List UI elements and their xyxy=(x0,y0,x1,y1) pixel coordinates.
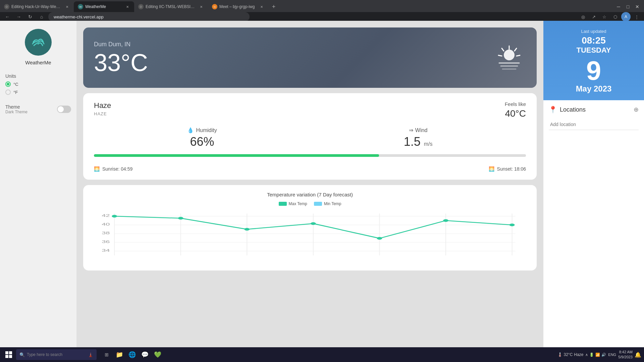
address-bar-row: ← → ↻ ⌂ ◎ ↗ ☆ ⬡ A ⋮ xyxy=(0,12,644,21)
dark-theme-toggle[interactable] xyxy=(57,106,71,113)
window-controls: ─ □ ✕ xyxy=(614,3,644,11)
tab-2-favicon: W xyxy=(78,4,83,9)
back-button[interactable]: ← xyxy=(3,12,12,21)
wind-value: 1.5 m/s xyxy=(404,135,433,149)
feels-like-value: 40°C xyxy=(505,108,526,119)
chevron-up-icon[interactable]: ∧ xyxy=(585,353,588,357)
svg-text:40: 40 xyxy=(102,222,110,227)
details-card: Haze HAZE Feels like 40°C 💧 Humidity 66% xyxy=(83,93,537,180)
tab-4-label: Meet – bjy-grgp-iwg xyxy=(219,4,257,9)
tab-1-label: Editing Hack-Ur-Way-WeatherM... xyxy=(11,4,62,9)
taskbar-task-view[interactable]: ⊞ xyxy=(101,349,113,361)
sunset-value: Sunset: 18:06 xyxy=(497,166,526,172)
tab-2-label: WeatherMe xyxy=(85,4,123,9)
forward-button[interactable]: → xyxy=(14,12,23,21)
units-label: Units xyxy=(5,73,71,79)
legend-max-color xyxy=(279,202,287,206)
notification-icon[interactable]: 🔔 xyxy=(635,352,641,358)
taskbar-clock[interactable]: 8:42 AM 5/9/2023 xyxy=(618,350,633,360)
theme-section: Theme Dark Theme xyxy=(5,104,71,114)
weather-icon xyxy=(492,44,526,71)
locations-header: 📍 Locations ⊕ xyxy=(549,106,639,114)
taskbar-discord[interactable]: 💬 xyxy=(139,349,151,361)
sidebar-app-name: WeatherMe xyxy=(25,60,51,65)
sunrise-icon: 🌅 xyxy=(94,166,100,172)
chart-legend: Max Temp Min Temp xyxy=(91,201,529,206)
fahrenheit-label: °F xyxy=(13,90,18,95)
tab-3[interactable]: ⊙ Editing IIC-TMSL-WEBSITE/READ... ✕ xyxy=(134,1,208,12)
minimize-button[interactable]: ─ xyxy=(614,3,623,11)
browser-toolbar: ◎ ↗ ☆ ⬡ A ⋮ xyxy=(578,12,641,21)
home-button[interactable]: ⌂ xyxy=(37,12,46,21)
humidity-item: 💧 Humidity 66% xyxy=(187,127,217,149)
svg-line-2 xyxy=(515,48,517,51)
tab-3-close[interactable]: ✕ xyxy=(199,4,204,9)
svg-line-4 xyxy=(502,48,504,51)
taskbar-weather-temp: 32°C xyxy=(564,352,573,357)
taskbar-pinned-apps: ⊞ 📁 🌐 💬 💚 xyxy=(101,349,164,361)
sunrise-value: Sunrise: 04:59 xyxy=(102,166,132,172)
humidity-fill xyxy=(94,154,379,157)
reload-button[interactable]: ↻ xyxy=(25,12,35,21)
taskbar-chrome[interactable]: 🌐 xyxy=(126,349,138,361)
restore-button[interactable]: □ xyxy=(624,3,632,11)
profile-icon[interactable]: A xyxy=(621,12,631,21)
taskbar: 🔍 Type here to search 🗼 ⊞ 📁 🌐 💬 💚 🌡️ 32°… xyxy=(0,347,644,362)
sunset-icon: 🌅 xyxy=(489,166,494,172)
address-input[interactable] xyxy=(48,12,250,21)
taskbar-weather: 🌡️ 32°C Haze xyxy=(557,352,584,357)
share-icon[interactable]: ↗ xyxy=(589,12,598,21)
tab-4-close[interactable]: ✕ xyxy=(259,4,264,9)
legend-min-label: Min Temp xyxy=(324,201,341,206)
close-button[interactable]: ✕ xyxy=(633,3,641,11)
theme-row: Theme Dark Theme xyxy=(5,104,71,114)
gps-icon[interactable]: ⊕ xyxy=(634,106,639,113)
svg-rect-35 xyxy=(9,351,12,354)
svg-point-27 xyxy=(112,215,117,218)
weather-left: Dum Dum, IN 33°C xyxy=(94,41,148,75)
extensions-icon[interactable]: ⬡ xyxy=(610,12,620,21)
sunset-item: 🌅 Sunset: 18:06 xyxy=(489,166,526,172)
tab-4[interactable]: G Meet – bjy-grgp-iwg ✕ xyxy=(208,1,268,12)
wind-label: ⇒ Wind xyxy=(409,127,427,133)
chart-container: 42 40 38 36 34 xyxy=(91,210,529,264)
fahrenheit-option[interactable]: °F xyxy=(5,89,71,95)
svg-point-6 xyxy=(504,50,515,60)
bookmark-icon[interactable]: ☆ xyxy=(600,12,609,21)
right-panel: Last updated 08:25 TUESDAY 9 May 2023 📍 … xyxy=(543,21,644,347)
add-location-input[interactable] xyxy=(549,119,639,130)
tab-1[interactable]: ⊙ Editing Hack-Ur-Way-WeatherM... ✕ xyxy=(0,1,74,12)
taskbar-file-explorer[interactable]: 📁 xyxy=(113,349,125,361)
last-updated-label: Last updated xyxy=(550,29,637,34)
location-icon[interactable]: ◎ xyxy=(578,12,588,21)
temperature-chart: 42 40 38 36 34 xyxy=(91,210,529,260)
svg-rect-36 xyxy=(5,355,8,358)
start-button[interactable] xyxy=(3,349,15,361)
fahrenheit-radio[interactable] xyxy=(5,89,11,95)
svg-text:42: 42 xyxy=(102,214,110,218)
tab-1-close[interactable]: ✕ xyxy=(64,4,70,9)
taskbar-search-box[interactable]: 🔍 Type here to search 🗼 xyxy=(16,349,97,360)
taskbar-whatsapp[interactable]: 💚 xyxy=(152,349,164,361)
network-icon: 📶 xyxy=(595,353,600,357)
browser-chrome: ⊙ Editing Hack-Ur-Way-WeatherM... ✕ W We… xyxy=(0,0,644,21)
new-tab-button[interactable]: + xyxy=(268,1,279,12)
svg-point-28 xyxy=(178,217,183,220)
tab-3-label: Editing IIC-TMSL-WEBSITE/READ... xyxy=(146,4,197,9)
tab-2-close[interactable]: ✕ xyxy=(125,4,130,9)
sunrise-sunset-row: 🌅 Sunrise: 04:59 🌅 Sunset: 18:06 xyxy=(94,164,526,172)
svg-rect-37 xyxy=(9,355,12,358)
taskbar-time: 8:42 AM xyxy=(618,350,633,355)
tab-2[interactable]: W WeatherMe ✕ xyxy=(74,1,134,12)
taskbar-paris-icon: 🗼 xyxy=(88,352,93,357)
svg-rect-34 xyxy=(5,351,8,354)
humidity-bar xyxy=(94,154,526,157)
celsius-radio[interactable] xyxy=(5,81,11,87)
theme-info: Theme Dark Theme xyxy=(5,104,28,114)
celsius-option[interactable]: °C xyxy=(5,81,71,87)
menu-icon[interactable]: ⋮ xyxy=(632,12,641,21)
legend-max-label: Max Temp xyxy=(289,201,307,206)
svg-point-29 xyxy=(244,228,250,231)
humidity-value: 66% xyxy=(190,135,214,149)
sidebar: WeatherMe Units °C °F Theme Dark Theme xyxy=(0,21,76,347)
